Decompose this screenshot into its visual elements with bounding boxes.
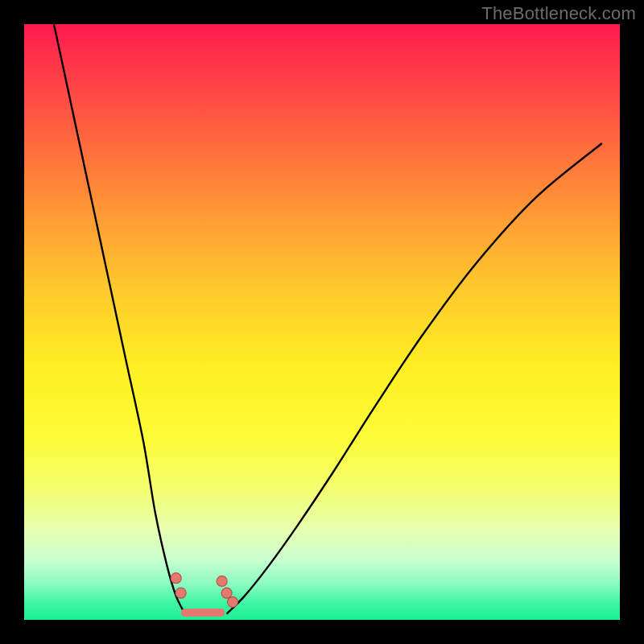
chart-frame: TheBottleneck.com — [0, 0, 644, 644]
curve-layer — [24, 24, 620, 620]
valley-marker-dots — [171, 573, 237, 608]
left-curve — [54, 24, 185, 614]
valley-dot — [171, 573, 181, 584]
plot-area — [24, 24, 620, 620]
valley-dot — [175, 588, 186, 598]
watermark-text: TheBottleneck.com — [481, 3, 636, 24]
valley-dot — [217, 576, 227, 586]
right-curve — [227, 143, 602, 614]
valley-dot — [228, 597, 238, 607]
valley-dot — [221, 588, 232, 598]
